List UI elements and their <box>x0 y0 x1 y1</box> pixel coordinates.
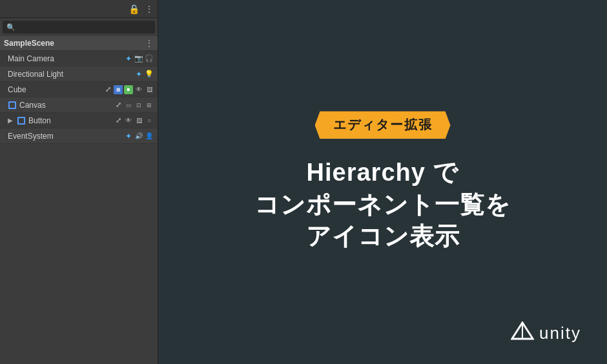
unity-logo-icon <box>511 321 534 345</box>
item-label-dir-light: Directional Light <box>8 70 63 79</box>
button-obj-icon <box>17 116 26 125</box>
item-label-button: ▶ Button <box>8 116 51 125</box>
canvas-obj-icon <box>8 101 17 110</box>
hierarchy-list: SampleScene ⋮ Main Camera ✦ 📷 🎧 <box>0 36 158 144</box>
light-icon: 💡 <box>145 70 154 79</box>
button-rect-icon: ⤢ <box>114 116 123 125</box>
badge: エディター拡張 <box>315 111 451 139</box>
list-item[interactable]: Canvas ⤢ ▭ ⊡ ⊞ <box>0 97 158 113</box>
dir-light-icons: ✦ 💡 <box>134 70 154 79</box>
cube-label: Cube <box>8 85 26 94</box>
unity-logo-text: unity <box>539 323 581 343</box>
button-box-icon <box>17 117 25 125</box>
canvas-box-icon <box>8 101 16 109</box>
transform-icon: ✦ <box>124 54 133 63</box>
title-line1: Hierarchy で <box>254 157 511 188</box>
lock-icon[interactable]: 🔒 <box>129 4 139 14</box>
list-item[interactable]: EventSystem ✦ 🔊 👤 <box>0 128 158 144</box>
audio-icon: 🎧 <box>145 54 154 63</box>
list-item[interactable]: Directional Light ✦ 💡 <box>0 66 158 82</box>
hierarchy-panel: 🔒 ⋮ 🔍 SampleScene ⋮ Main Camera ✦ <box>0 0 158 364</box>
camera-icon: 📷 <box>134 54 143 63</box>
canvas-icon2: ▭ <box>124 101 133 110</box>
item-label-cube: Cube <box>8 85 26 94</box>
canvas-rect-icon: ⤢ <box>114 101 123 110</box>
rect-transform-icon: ⤢ <box>103 85 112 94</box>
button-circle-icon: ○ <box>145 116 154 125</box>
mesh-renderer-icon: ■ <box>124 85 133 94</box>
main-camera-icons: ✦ 📷 🎧 <box>124 54 154 63</box>
content-area: エディター拡張 Hierarchy で コンポーネント一覧を アイコン表示 un… <box>158 0 607 364</box>
button-icons: ⤢ 👁 🖼 ○ <box>114 116 154 125</box>
title-line2: コンポーネント一覧を <box>254 189 511 221</box>
item-label-canvas: Canvas <box>8 101 46 110</box>
canvas-label: Canvas <box>19 101 46 110</box>
button-image-icon: 🖼 <box>134 116 143 125</box>
search-placeholder: 🔍 <box>6 23 15 32</box>
scene-label: SampleScene <box>4 39 54 48</box>
cube-icons: ⤢ ▦ ■ 👁 🖼 <box>103 85 154 94</box>
eye-icon: 👁 <box>134 85 143 94</box>
title-line3: アイコン表示 <box>254 221 511 252</box>
list-item[interactable]: ▶ Button ⤢ 👁 🖼 ○ <box>0 113 158 128</box>
main-camera-label: Main Camera <box>8 54 54 63</box>
es-transform-icon: ✦ <box>124 132 133 141</box>
transform-icon: ✦ <box>134 70 143 79</box>
item-label-main-camera: Main Camera <box>8 54 54 63</box>
es-audio-icon: 🔊 <box>134 132 143 141</box>
search-bar[interactable]: 🔍 <box>3 21 155 34</box>
unity-logo: unity <box>511 321 581 345</box>
button-eye-icon: 👁 <box>124 116 133 125</box>
item-label-eventsystem: EventSystem <box>8 132 54 141</box>
dir-light-label: Directional Light <box>8 70 63 79</box>
es-person-icon: 👤 <box>145 132 154 141</box>
list-item[interactable]: Main Camera ✦ 📷 🎧 <box>0 51 158 66</box>
main-title: Hierarchy で コンポーネント一覧を アイコン表示 <box>254 157 511 252</box>
button-arrow: ▶ <box>8 117 13 124</box>
list-item[interactable]: Cube ⤢ ▦ ■ 👁 🖼 <box>0 82 158 97</box>
menu-icon[interactable]: ⋮ <box>145 4 154 14</box>
canvas-scaler-icon: ⊡ <box>134 101 143 110</box>
hierarchy-topbar: 🔒 ⋮ <box>0 0 158 18</box>
button-label: Button <box>28 116 51 125</box>
canvas-icons: ⤢ ▭ ⊡ ⊞ <box>114 101 154 110</box>
raycaster-icon: ⊞ <box>145 101 154 110</box>
image-icon: 🖼 <box>145 85 154 94</box>
mesh-filter-icon: ▦ <box>114 85 123 94</box>
background: 🔒 ⋮ 🔍 SampleScene ⋮ Main Camera ✦ <box>0 0 607 364</box>
eventsystem-label: EventSystem <box>8 132 54 141</box>
eventsystem-icons: ✦ 🔊 👤 <box>124 132 154 141</box>
scene-menu-icon[interactable]: ⋮ <box>145 38 154 48</box>
scene-header: SampleScene ⋮ <box>0 36 158 51</box>
